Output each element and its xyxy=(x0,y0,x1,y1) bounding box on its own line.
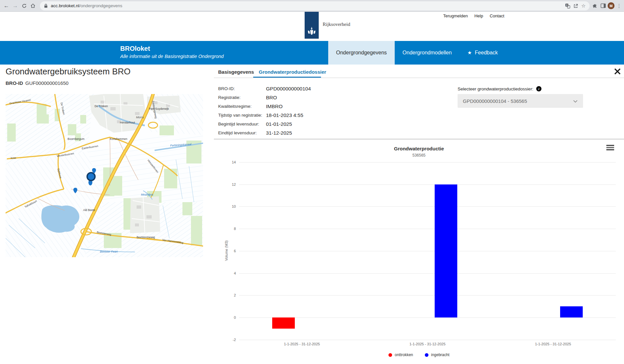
y-tick-label: 14 xyxy=(214,160,236,164)
y-tick-label: -2 xyxy=(214,338,236,342)
field-label: BRO-ID: xyxy=(218,86,266,91)
brand: BROloket Alle informatie uit de Basisreg… xyxy=(120,45,224,59)
chart-subtitle: 536565 xyxy=(214,153,624,158)
map-label: Himsterhout xyxy=(120,121,135,124)
gridline xyxy=(239,251,616,251)
field-value: 01-01-2025 xyxy=(266,121,292,127)
gridline xyxy=(239,162,616,163)
selector-label: Selecteer grondwaterproductiedossier: i xyxy=(458,86,541,91)
tab-feedback[interactable]: ★Feedback xyxy=(460,41,506,65)
dossier-fields: BRO-ID:GPD000000000104Registratie:BROKwa… xyxy=(218,84,311,137)
production-chart: Grondwaterproductie 536565 Volume (M3) 1… xyxy=(214,141,624,364)
tab-ondergrondgegevens[interactable]: Ondergrondgegevens xyxy=(328,41,395,65)
x-axis-label: 1-1-2025 - 31-12-2025 xyxy=(385,342,470,346)
header-link-terugmelden[interactable]: Terugmelden xyxy=(443,13,468,18)
field-value: IMBRO xyxy=(266,104,283,109)
chart-menu-icon[interactable] xyxy=(606,145,614,151)
browser-window: ← → acc.broloket.nl/ondergrondgegevens A… xyxy=(0,0,624,364)
section-divider xyxy=(214,139,624,139)
main-navbar: BROloket Alle informatie uit de Basisreg… xyxy=(0,41,624,65)
translate-icon[interactable]: A xyxy=(565,3,570,9)
profile-avatar[interactable]: M xyxy=(608,2,615,9)
gridline xyxy=(239,295,616,296)
legend-label: ingebracht xyxy=(431,353,449,357)
reload-icon[interactable] xyxy=(20,1,28,10)
back-icon[interactable]: ← xyxy=(2,1,11,10)
nav-tabs: Ondergrondgegevens Ondergrondmodellen ★F… xyxy=(328,41,506,65)
field-row: Kwaliteitsregime:IMBRO xyxy=(218,102,311,111)
y-tick-label: 10 xyxy=(214,204,236,208)
map-label: Park Suyderwijk xyxy=(149,107,169,110)
dossier-select[interactable]: GPD000000000104 - 536565 xyxy=(458,94,583,108)
legend-dot xyxy=(425,353,428,357)
map-label: De Trisken xyxy=(95,105,108,108)
panel-tab-grondwaterproductiedossier[interactable]: Grondwaterproductiedossier xyxy=(259,69,326,75)
map-label: Beetster Feart xyxy=(100,250,118,253)
home-icon[interactable] xyxy=(28,1,37,10)
panel-tab-basisgegevens[interactable]: Basisgegevens xyxy=(218,69,254,75)
legend-item-onttrokken[interactable]: onttrokken xyxy=(388,353,413,357)
y-tick-label: 8 xyxy=(214,227,236,231)
extensions-puzzle-icon[interactable] xyxy=(592,3,598,9)
header-link-contact[interactable]: Contact xyxy=(490,13,504,18)
brand-title: BROloket xyxy=(120,45,224,52)
brand-subtitle: Alle informatie uit de Basisregistratie … xyxy=(120,54,224,59)
gridline xyxy=(239,273,616,274)
y-tick-label: 6 xyxy=(214,249,236,253)
bar-ingebracht-1[interactable] xyxy=(435,184,457,318)
field-row: Registratie:BRO xyxy=(218,93,311,102)
field-label: Tijdstip van registratie: xyxy=(218,113,266,118)
map-label: Krite xyxy=(10,157,16,160)
y-tick-label: 2 xyxy=(214,293,236,297)
field-value: BRO xyxy=(266,95,277,101)
map-label: Ald Beets xyxy=(83,208,95,212)
lock-icon xyxy=(44,4,48,8)
logo-wordmark: Rijksoverheid xyxy=(323,22,350,27)
map-label: Beetsterzwaag xyxy=(137,236,155,239)
bar-ingebracht-2[interactable] xyxy=(560,306,583,317)
map-label: Morra xyxy=(136,116,144,119)
field-value: 31-12-2025 xyxy=(266,130,292,136)
gridline xyxy=(239,317,616,318)
legend-item-ingebracht[interactable]: ingebracht xyxy=(425,353,449,357)
y-tick-label: 12 xyxy=(214,182,236,186)
bro-id-line: BRO-IDGUF000000001650 xyxy=(6,80,68,86)
field-row: Tijdstip van registratie:18-01-2023 4:55 xyxy=(218,111,311,120)
gridline xyxy=(239,229,616,229)
field-label: Begintijd levensduur: xyxy=(218,122,266,126)
forward-icon[interactable]: → xyxy=(11,1,20,10)
legend-dot xyxy=(388,353,392,357)
tab-ondergrondmodellen[interactable]: Ondergrondmodellen xyxy=(395,41,460,65)
info-icon[interactable]: i xyxy=(536,86,541,91)
page-title: Grondwatergebruiksysteem BRO xyxy=(6,67,130,77)
x-axis-label: 1-1-2025 - 31-12-2025 xyxy=(510,342,596,346)
field-row: BRO-ID:GPD000000000104 xyxy=(218,84,311,93)
map-marker-selected[interactable] xyxy=(87,173,95,181)
location-map[interactable]: Drachtster HeaweiDe TriskenDe TriskenPar… xyxy=(6,94,203,257)
side-panel-icon[interactable] xyxy=(600,3,606,9)
x-axis-label: 1-1-2025 - 31-12-2025 xyxy=(259,342,345,346)
field-value: GPD000000000104 xyxy=(266,86,311,92)
field-label: Registratie: xyxy=(218,95,266,100)
bookmark-star-icon[interactable]: ☆ xyxy=(581,3,586,9)
chart-title: Grondwaterproductie xyxy=(214,146,624,151)
gridline xyxy=(239,340,616,340)
chart-legend: onttrokkeningebracht xyxy=(214,353,624,357)
y-tick-label: 0 xyxy=(214,316,236,319)
browser-toolbar: ← → acc.broloket.nl/ondergrondgegevens A… xyxy=(0,0,624,12)
chevron-down-icon xyxy=(573,98,578,104)
page-content: Grondwatergebruiksysteem BRO BRO-IDGUF00… xyxy=(0,65,624,364)
gridline xyxy=(239,184,616,185)
tab-divider xyxy=(214,78,624,78)
close-icon[interactable] xyxy=(613,67,622,76)
address-bar[interactable]: acc.broloket.nl/ondergrondgegevens A ☆ xyxy=(40,1,590,10)
star-icon: ★ xyxy=(467,50,472,56)
url-text: acc.broloket.nl/ondergrondgegevens xyxy=(51,3,122,8)
gridline xyxy=(239,206,616,207)
bar-onttrokken-0[interactable] xyxy=(272,317,295,329)
field-row: Begintijd levensduur:01-01-2025 xyxy=(218,120,311,128)
share-icon[interactable] xyxy=(573,3,578,9)
map-label: Mearsleat xyxy=(141,193,153,196)
header-link-help[interactable]: Help xyxy=(474,13,483,18)
browser-menu-icon[interactable]: ⋮ xyxy=(616,3,622,9)
